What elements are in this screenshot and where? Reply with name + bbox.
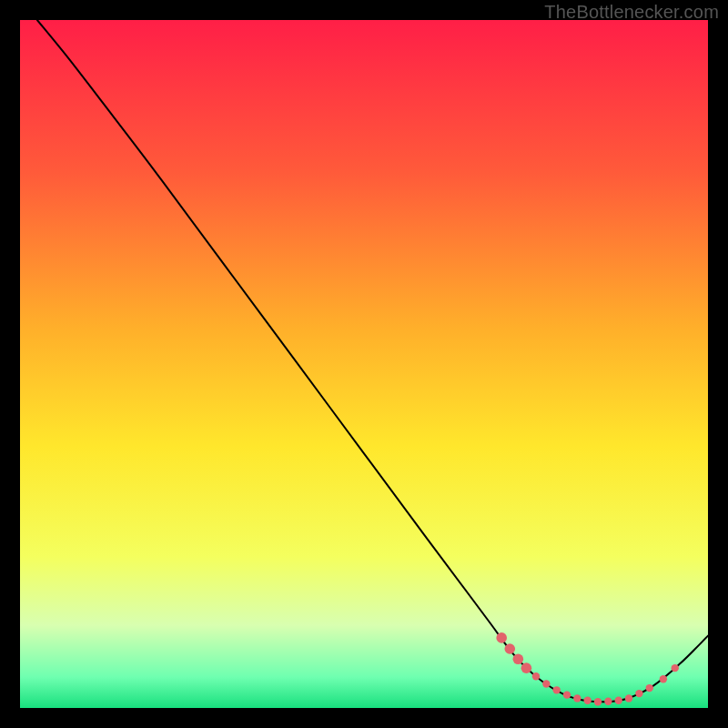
- marker-dot: [672, 664, 679, 672]
- marker-dot: [521, 662, 532, 673]
- marker-dot: [496, 632, 507, 643]
- gradient-background: [20, 20, 708, 708]
- marker-dot: [542, 680, 550, 687]
- plot-svg: [20, 20, 708, 708]
- marker-dot: [625, 694, 632, 702]
- marker-dot: [594, 698, 602, 705]
- plot-panel: [20, 20, 708, 708]
- chart-root: TheBottlenecker.com: [0, 0, 728, 728]
- marker-dot: [615, 696, 622, 703]
- marker-dot: [660, 675, 667, 682]
- marker-dot: [584, 696, 592, 703]
- marker-dot: [604, 698, 612, 705]
- marker-dot: [532, 672, 540, 680]
- marker-dot: [552, 686, 560, 693]
- marker-dot: [504, 643, 515, 654]
- marker-dot: [513, 654, 524, 665]
- marker-dot: [573, 694, 581, 702]
- marker-dot: [635, 690, 642, 697]
- marker-dot: [563, 691, 571, 698]
- marker-dot: [646, 684, 653, 692]
